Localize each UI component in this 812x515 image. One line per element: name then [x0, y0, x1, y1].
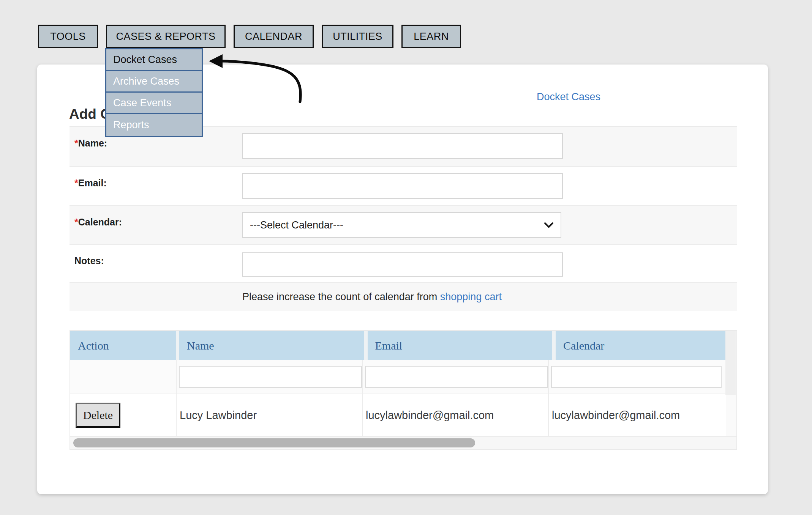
column-header-name[interactable]: Name — [179, 331, 364, 360]
vertical-scrollbar-track[interactable] — [725, 331, 736, 395]
shopping-cart-link[interactable]: shopping cart — [440, 291, 502, 303]
calendar-select-value: ---Select Calendar--- — [250, 219, 343, 231]
table-row: Delete Lucy Lawbinder lucylawbinder@gmai… — [70, 394, 726, 437]
cell-calendar: lucylawbinder@gmail.com — [549, 394, 719, 436]
column-header-calendar[interactable]: Calendar — [556, 331, 726, 360]
cell-name: Lucy Lawbinder — [177, 394, 363, 436]
name-filter-input[interactable] — [179, 366, 362, 388]
column-header-action[interactable]: Action — [70, 331, 176, 360]
table-filter-row — [70, 360, 726, 394]
notice-text: Please increase the count of calendar fr… — [242, 291, 440, 303]
menu-item-reports[interactable]: Reports — [106, 114, 202, 136]
docket-cases-link[interactable]: Docket Cases — [537, 91, 600, 103]
calendar-select[interactable]: ---Select Calendar--- — [242, 212, 561, 238]
cell-email: lucylawbinder@gmail.com — [363, 394, 549, 436]
nav-button-utilities[interactable]: UTILITIES — [322, 25, 393, 48]
horizontal-scrollbar-track[interactable] — [70, 436, 736, 449]
form-row-calendar: *Calendar: ---Select Calendar--- — [70, 206, 737, 245]
form-row-notice: Please increase the count of calendar fr… — [70, 283, 737, 311]
add-calendar-form: *Name: *Email: *Calendar: ---Select Cale… — [70, 127, 737, 311]
column-header-email[interactable]: Email — [368, 331, 552, 360]
table-header-row: Action Name Email Calendar — [70, 331, 726, 360]
nav-button-tools[interactable]: TOOLS — [38, 25, 98, 48]
cases-reports-dropdown: Docket Cases Archive Cases Case Events R… — [105, 48, 203, 137]
nav-button-cases-reports[interactable]: CASES & REPORTS — [106, 25, 226, 48]
filter-cell-action — [70, 360, 177, 394]
menu-item-case-events[interactable]: Case Events — [106, 93, 202, 114]
email-filter-input[interactable] — [365, 366, 548, 388]
horizontal-scrollbar-thumb[interactable] — [73, 438, 475, 447]
page-title: Add C — [69, 106, 111, 122]
required-asterisk: * — [74, 178, 78, 188]
nav-button-learn[interactable]: LEARN — [401, 25, 461, 48]
form-row-notes: Notes: — [70, 245, 737, 283]
form-row-email: *Email: — [70, 167, 737, 206]
required-asterisk: * — [74, 217, 78, 227]
menu-item-docket-cases[interactable]: Docket Cases — [106, 49, 202, 71]
top-nav: TOOLS CASES & REPORTS CALENDAR UTILITIES… — [38, 25, 461, 48]
nav-button-calendar[interactable]: CALENDAR — [234, 25, 314, 48]
menu-item-archive-cases[interactable]: Archive Cases — [106, 71, 202, 93]
notes-input[interactable] — [242, 252, 563, 277]
calendar-users-table: Action Name Email Calendar Delete Lucy L… — [70, 330, 737, 450]
email-input[interactable] — [242, 173, 563, 199]
calendar-label: *Calendar: — [70, 206, 210, 244]
notes-label: Notes: — [70, 245, 210, 282]
delete-button[interactable]: Delete — [76, 403, 120, 428]
chevron-down-icon — [544, 219, 554, 231]
calendar-filter-input[interactable] — [551, 366, 722, 388]
required-asterisk: * — [74, 138, 78, 148]
email-label: *Email: — [70, 167, 210, 205]
name-input[interactable] — [242, 133, 563, 159]
